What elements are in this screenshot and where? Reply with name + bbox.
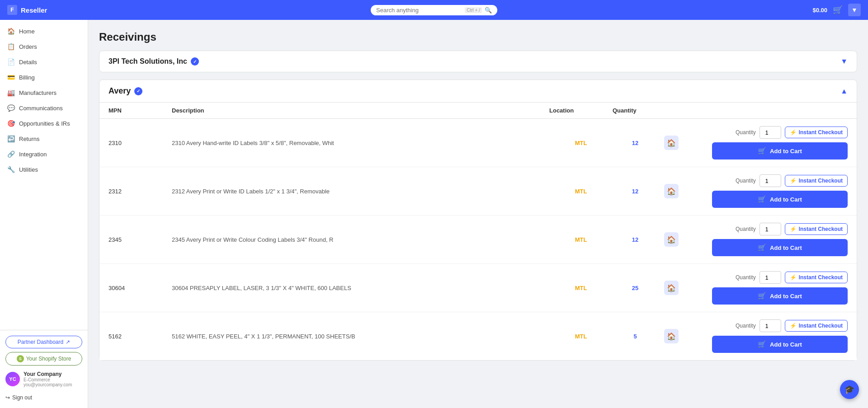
details-icon: 📄 — [7, 58, 14, 66]
sidebar-item-utilities[interactable]: 🔧 Utilities — [0, 162, 88, 177]
warehouse-icon-cell: 🏠 — [658, 184, 685, 198]
add-to-cart-button[interactable]: 🛒 Add to Cart — [712, 239, 848, 256]
col-quantity: Quantity — [613, 107, 658, 114]
action-cell: Quantity ⚡ Instant Checkout 🛒 Add to Car… — [685, 223, 848, 256]
quantity-cell: 12 — [613, 140, 658, 146]
instant-checkout-button[interactable]: ⚡ Instant Checkout — [785, 175, 848, 187]
user-info: YC Your Company E-Commerce you@yourcompa… — [5, 369, 82, 389]
quantity-input[interactable] — [760, 271, 781, 284]
sidebar-item-label: Opportunities & IRs — [19, 120, 70, 127]
sidebar-item-integration[interactable]: 🔗 Integration — [0, 146, 88, 162]
sidebar-item-label: Orders — [19, 43, 37, 50]
user-email: you@yourcompany.com — [24, 382, 82, 387]
search-input[interactable] — [376, 7, 462, 14]
sidebar-item-manufacturers[interactable]: 🏭 Manufacturers — [0, 85, 88, 100]
quantity-input[interactable] — [760, 174, 781, 187]
location-cell: MTL — [549, 188, 613, 195]
lightning-icon: ⚡ — [790, 178, 797, 184]
user-dropdown-button[interactable]: ▼ — [848, 4, 861, 16]
warehouse-icon: 🏠 — [664, 136, 679, 150]
cart-icon: 🛒 — [758, 292, 766, 300]
col-icon — [658, 107, 685, 114]
layout: 🏠 Home 📋 Orders 📄 Details 💳 Billing 🏭 Ma… — [0, 20, 868, 408]
sign-out-label: Sign out — [12, 394, 32, 401]
partner-dashboard-button[interactable]: Partner Dashboard ↗ — [5, 336, 82, 348]
sidebar-bottom: Partner Dashboard ↗ S Your Shopify Store… — [0, 330, 88, 408]
instant-checkout-label: Instant Checkout — [799, 274, 843, 281]
sidebar-item-orders[interactable]: 📋 Orders — [0, 39, 88, 54]
topbar-right: $0.00 🛒 ▼ — [812, 4, 861, 16]
action-row-top: Quantity ⚡ Instant Checkout — [736, 174, 848, 187]
desc-cell: 5162 WHITE, EASY PEEL, 4" X 1 1/3", PERM… — [172, 333, 549, 340]
quantity-label: Quantity — [736, 274, 756, 281]
shopify-store-label: Your Shopify Store — [26, 356, 71, 362]
sidebar-item-home[interactable]: 🏠 Home — [0, 23, 88, 39]
desc-cell: 30604 PRESAPLY LABEL, LASER, 3 1/3" X 4"… — [172, 285, 549, 291]
product-section: Avery ✓ ▲ MPN Description Location Quant… — [99, 80, 857, 361]
warehouse-icon: 🏠 — [664, 232, 679, 247]
col-location: Location — [549, 107, 613, 114]
action-cell: Quantity ⚡ Instant Checkout 🛒 Add to Car… — [685, 126, 848, 159]
sidebar-item-label: Home — [19, 28, 35, 35]
add-to-cart-button[interactable]: 🛒 Add to Cart — [712, 287, 848, 305]
instant-checkout-button[interactable]: ⚡ Instant Checkout — [785, 272, 848, 283]
action-row-top: Quantity ⚡ Instant Checkout — [736, 319, 848, 332]
desc-cell: 2310 Avery Hand-write ID Labels 3/8" x 5… — [172, 140, 549, 146]
lightning-icon: ⚡ — [790, 129, 797, 136]
instant-checkout-button[interactable]: ⚡ Instant Checkout — [785, 223, 848, 235]
shopify-store-button[interactable]: S Your Shopify Store — [5, 352, 82, 366]
add-to-cart-label: Add to Cart — [770, 148, 802, 155]
topbar: F Reseller Ctrl + / 🔍 $0.00 🛒 ▼ — [0, 0, 868, 20]
instant-checkout-button[interactable]: ⚡ Instant Checkout — [785, 127, 848, 138]
quantity-cell: 5 — [613, 333, 658, 340]
search-box[interactable]: Ctrl + / 🔍 — [371, 5, 497, 15]
graduation-icon: 🎓 — [844, 385, 854, 394]
chevron-up-icon[interactable]: ▲ — [840, 87, 848, 95]
instant-checkout-button[interactable]: ⚡ Instant Checkout — [785, 320, 848, 332]
add-to-cart-button[interactable]: 🛒 Add to Cart — [712, 191, 848, 208]
action-row-top: Quantity ⚡ Instant Checkout — [736, 126, 848, 139]
sidebar-item-label: Communications — [19, 105, 63, 112]
product-table: MPN Description Location Quantity 2310 2… — [99, 103, 857, 360]
search-icon: 🔍 — [485, 7, 492, 14]
action-row-top: Quantity ⚡ Instant Checkout — [736, 271, 848, 284]
mpn-cell: 30604 — [108, 285, 172, 291]
cart-icon[interactable]: 🛒 — [833, 5, 843, 15]
supplier-header[interactable]: 3PI Tech Solutions, Inc ✓ ▼ — [99, 51, 857, 72]
action-cell: Quantity ⚡ Instant Checkout 🛒 Add to Car… — [685, 174, 848, 208]
quantity-input[interactable] — [760, 319, 781, 332]
quantity-input[interactable] — [760, 126, 781, 139]
sidebar-item-label: Integration — [19, 151, 47, 158]
help-button[interactable]: 🎓 — [840, 380, 859, 399]
verified-badge: ✓ — [191, 57, 199, 66]
billing-icon: 💳 — [7, 74, 14, 81]
action-cell: Quantity ⚡ Instant Checkout 🛒 Add to Car… — [685, 271, 848, 305]
sidebar-item-details[interactable]: 📄 Details — [0, 54, 88, 70]
warehouse-icon: 🏠 — [664, 329, 679, 343]
sidebar-item-billing[interactable]: 💳 Billing — [0, 70, 88, 85]
col-mpn: MPN — [108, 107, 172, 114]
lightning-icon: ⚡ — [790, 226, 797, 232]
chevron-down-icon[interactable]: ▼ — [840, 57, 848, 66]
lightning-icon: ⚡ — [790, 274, 797, 281]
logo-icon: F — [7, 5, 17, 15]
action-cell: Quantity ⚡ Instant Checkout 🛒 Add to Car… — [685, 319, 848, 353]
integration-icon: 🔗 — [7, 150, 14, 158]
sign-out-button[interactable]: ↪ Sign out — [5, 393, 82, 403]
home-icon: 🏠 — [7, 28, 14, 35]
lightning-icon: ⚡ — [790, 323, 797, 329]
quantity-input[interactable] — [760, 223, 781, 235]
sidebar-item-communications[interactable]: 💬 Communications — [0, 100, 88, 116]
sidebar-item-opportunities[interactable]: 🎯 Opportunities & IRs — [0, 116, 88, 131]
table-header: MPN Description Location Quantity — [99, 103, 857, 119]
brand-name-text: Avery — [108, 86, 131, 96]
action-row-top: Quantity ⚡ Instant Checkout — [736, 223, 848, 235]
search-container: Ctrl + / 🔍 — [371, 5, 497, 15]
sidebar-item-returns[interactable]: ↩️ Returns — [0, 131, 88, 146]
add-to-cart-button[interactable]: 🛒 Add to Cart — [712, 336, 848, 353]
supplier-name: 3PI Tech Solutions, Inc ✓ — [108, 57, 199, 66]
manufacturers-icon: 🏭 — [7, 89, 14, 96]
add-to-cart-button[interactable]: 🛒 Add to Cart — [712, 142, 848, 159]
cart-icon: 🛒 — [758, 244, 766, 252]
app-name: Reseller — [21, 6, 47, 14]
